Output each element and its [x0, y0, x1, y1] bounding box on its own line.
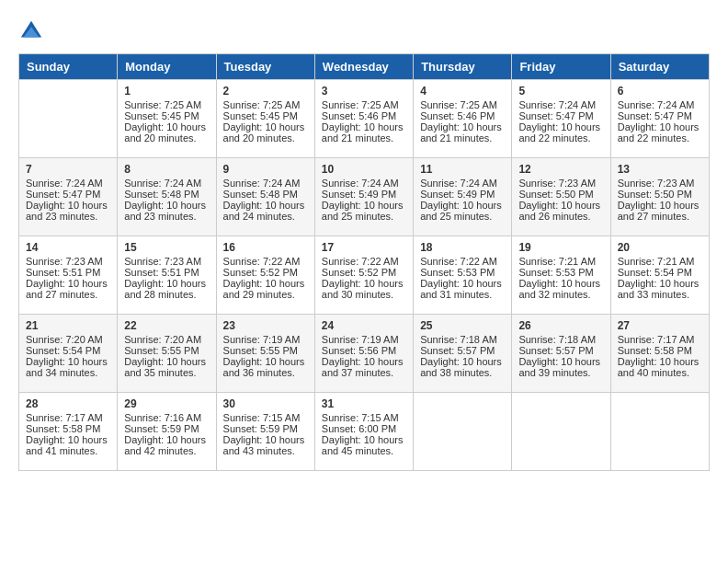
- calendar-cell: 30Sunrise: 7:15 AMSunset: 5:59 PMDayligh…: [216, 393, 314, 471]
- cell-content: Sunrise: 7:23 AM: [26, 256, 110, 267]
- calendar-cell: 18Sunrise: 7:22 AMSunset: 5:53 PMDayligh…: [414, 236, 512, 315]
- day-number: 13: [618, 163, 702, 176]
- calendar-week-5: 28Sunrise: 7:17 AMSunset: 5:58 PMDayligh…: [19, 393, 710, 471]
- day-number: 9: [223, 163, 308, 176]
- calendar-cell: 11Sunrise: 7:24 AMSunset: 5:49 PMDayligh…: [414, 158, 512, 236]
- cell-content: and 31 minutes.: [420, 289, 505, 300]
- day-number: 27: [618, 319, 702, 332]
- cell-content: Daylight: 10 hours: [618, 278, 702, 289]
- cell-content: and 24 minutes.: [223, 211, 308, 222]
- cell-content: Sunset: 5:58 PM: [618, 345, 702, 356]
- cell-content: and 20 minutes.: [223, 132, 308, 144]
- cell-content: Sunset: 5:50 PM: [518, 189, 603, 200]
- day-number: 12: [518, 163, 603, 176]
- calendar-body: 1Sunrise: 7:25 AMSunset: 5:45 PMDaylight…: [19, 80, 710, 471]
- day-number: 7: [26, 163, 110, 176]
- cell-content: and 28 minutes.: [124, 289, 209, 300]
- calendar-cell: [414, 393, 512, 471]
- day-number: 14: [26, 241, 110, 254]
- cell-content: Daylight: 10 hours: [322, 200, 406, 211]
- cell-content: Sunset: 5:53 PM: [420, 267, 505, 278]
- cell-content: Sunrise: 7:22 AM: [420, 256, 505, 267]
- cell-content: Sunset: 5:49 PM: [420, 189, 505, 200]
- cell-content: Sunrise: 7:20 AM: [124, 334, 209, 345]
- cell-content: Daylight: 10 hours: [618, 121, 702, 132]
- cell-content: and 36 minutes.: [223, 367, 308, 378]
- day-number: 17: [322, 241, 406, 254]
- day-number: 18: [420, 241, 505, 254]
- calendar-cell: [512, 393, 610, 471]
- cell-content: Sunset: 5:47 PM: [618, 110, 702, 121]
- cell-content: Sunset: 5:46 PM: [322, 110, 406, 121]
- cell-content: Sunrise: 7:18 AM: [518, 334, 603, 345]
- cell-content: Sunset: 6:00 PM: [322, 423, 406, 434]
- calendar-cell: 8Sunrise: 7:24 AMSunset: 5:48 PMDaylight…: [118, 158, 216, 236]
- day-number: 26: [518, 319, 603, 332]
- calendar-week-3: 14Sunrise: 7:23 AMSunset: 5:51 PMDayligh…: [19, 236, 710, 315]
- calendar-header: SundayMondayTuesdayWednesdayThursdayFrid…: [19, 54, 710, 80]
- cell-content: and 40 minutes.: [618, 367, 702, 378]
- calendar-cell: [19, 80, 118, 158]
- cell-content: Sunset: 5:55 PM: [223, 345, 308, 356]
- cell-content: Sunset: 5:51 PM: [124, 267, 209, 278]
- cell-content: Daylight: 10 hours: [322, 278, 406, 289]
- cell-content: Daylight: 10 hours: [223, 356, 308, 367]
- cell-content: and 23 minutes.: [124, 211, 209, 222]
- cell-content: Sunset: 5:58 PM: [26, 423, 110, 434]
- cell-content: Daylight: 10 hours: [420, 278, 505, 289]
- day-number: 8: [124, 163, 209, 176]
- cell-content: Daylight: 10 hours: [26, 200, 110, 211]
- logo: [18, 18, 46, 44]
- cell-content: Sunset: 5:52 PM: [223, 267, 308, 278]
- cell-content: Sunset: 5:57 PM: [518, 345, 603, 356]
- cell-content: and 32 minutes.: [518, 289, 603, 300]
- weekday-header-wednesday: Wednesday: [314, 54, 413, 80]
- cell-content: Sunset: 5:52 PM: [322, 267, 406, 278]
- weekday-header-thursday: Thursday: [414, 54, 512, 80]
- calendar-cell: 15Sunrise: 7:23 AMSunset: 5:51 PMDayligh…: [118, 236, 216, 315]
- cell-content: Sunrise: 7:24 AM: [223, 178, 308, 189]
- day-number: 20: [618, 241, 702, 254]
- cell-content: Sunrise: 7:24 AM: [26, 178, 110, 189]
- cell-content: Sunrise: 7:20 AM: [26, 334, 110, 345]
- day-number: 10: [322, 163, 406, 176]
- cell-content: Sunrise: 7:21 AM: [618, 256, 702, 267]
- calendar-table: SundayMondayTuesdayWednesdayThursdayFrid…: [18, 53, 710, 471]
- page-header: [18, 18, 710, 44]
- cell-content: Daylight: 10 hours: [124, 434, 209, 445]
- cell-content: Sunset: 5:48 PM: [124, 189, 209, 200]
- weekday-header-monday: Monday: [118, 54, 216, 80]
- cell-content: Daylight: 10 hours: [518, 121, 603, 132]
- day-number: 19: [518, 241, 603, 254]
- day-number: 21: [26, 319, 110, 332]
- cell-content: Daylight: 10 hours: [420, 121, 505, 132]
- cell-content: Sunset: 5:57 PM: [420, 345, 505, 356]
- calendar-cell: 24Sunrise: 7:19 AMSunset: 5:56 PMDayligh…: [314, 315, 413, 393]
- cell-content: Sunset: 5:47 PM: [518, 110, 603, 121]
- cell-content: Daylight: 10 hours: [124, 200, 209, 211]
- cell-content: Sunset: 5:54 PM: [618, 267, 702, 278]
- cell-content: Sunset: 5:49 PM: [322, 189, 406, 200]
- calendar-cell: 22Sunrise: 7:20 AMSunset: 5:55 PMDayligh…: [118, 315, 216, 393]
- cell-content: and 21 minutes.: [420, 132, 505, 144]
- day-number: 6: [618, 85, 702, 98]
- cell-content: Sunrise: 7:17 AM: [26, 412, 110, 423]
- cell-content: Sunrise: 7:21 AM: [518, 256, 603, 267]
- cell-content: and 20 minutes.: [124, 132, 209, 144]
- calendar-cell: 1Sunrise: 7:25 AMSunset: 5:45 PMDaylight…: [118, 80, 216, 158]
- calendar-cell: 9Sunrise: 7:24 AMSunset: 5:48 PMDaylight…: [216, 158, 314, 236]
- cell-content: Sunrise: 7:25 AM: [223, 99, 308, 110]
- cell-content: Sunrise: 7:24 AM: [322, 178, 406, 189]
- day-number: 25: [420, 319, 505, 332]
- cell-content: Sunset: 5:50 PM: [618, 189, 702, 200]
- calendar-cell: 16Sunrise: 7:22 AMSunset: 5:52 PMDayligh…: [216, 236, 314, 315]
- cell-content: Sunrise: 7:22 AM: [322, 256, 406, 267]
- cell-content: and 25 minutes.: [322, 211, 406, 222]
- cell-content: Daylight: 10 hours: [26, 434, 110, 445]
- cell-content: and 29 minutes.: [223, 289, 308, 300]
- day-number: 22: [124, 319, 209, 332]
- cell-content: Sunset: 5:47 PM: [26, 189, 110, 200]
- weekday-header-saturday: Saturday: [610, 54, 709, 80]
- cell-content: Sunrise: 7:18 AM: [420, 334, 505, 345]
- cell-content: Sunrise: 7:16 AM: [124, 412, 209, 423]
